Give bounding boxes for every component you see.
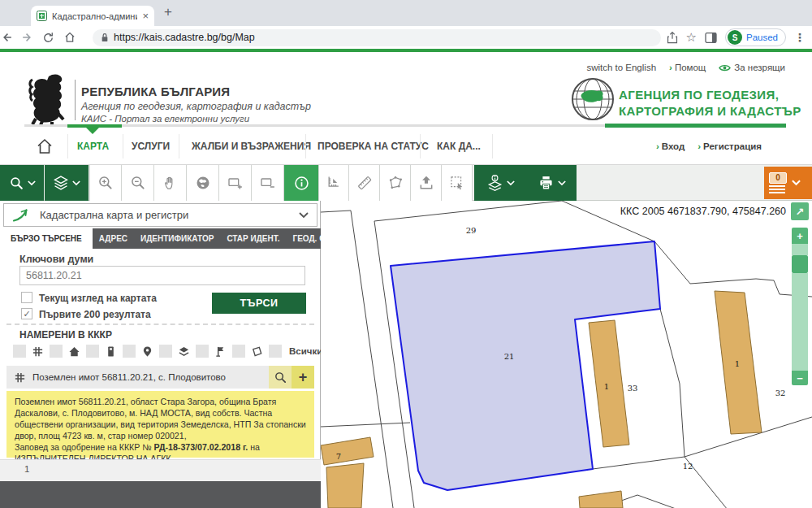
measure-distance-button[interactable]: [349, 165, 380, 201]
upload-button[interactable]: [411, 165, 442, 201]
map-pin-icon: [141, 345, 153, 358]
cadastral-map-icon: [12, 209, 30, 222]
filter-checkbox-geodetic[interactable]: [196, 345, 209, 358]
add-to-cart-button[interactable]: +: [292, 366, 314, 389]
parcel-grid-icon: [14, 371, 26, 384]
search-icon: [9, 176, 24, 191]
zoom-out-control[interactable]: −: [792, 371, 808, 385]
side-panel-icon[interactable]: [705, 33, 717, 43]
map-type-selector[interactable]: Кадастрална карта и регистри: [3, 203, 317, 227]
address-bar[interactable]: https://kais.cadastre.bg/bg/Map: [93, 29, 661, 46]
tab-address[interactable]: АДРЕС: [93, 228, 134, 249]
search-dropdown-button[interactable]: [0, 165, 44, 201]
chevron-down-icon: [792, 180, 801, 186]
scale-bar-button[interactable]: [318, 165, 349, 201]
nav-item-complaints[interactable]: ЖАЛБИ И ВЪЗРАЖЕНИЯ: [192, 128, 311, 165]
nav-item-services[interactable]: УСЛУГИ: [132, 128, 170, 165]
upload-icon: [418, 175, 434, 191]
measure-area-button[interactable]: [380, 165, 411, 201]
keywords-input[interactable]: [19, 266, 305, 285]
expand-map-button[interactable]: ↗: [791, 202, 809, 220]
page-number-button[interactable]: 1: [24, 464, 29, 474]
zoom-slider-track[interactable]: [792, 273, 808, 371]
share-icon[interactable]: [667, 32, 678, 44]
switch-to-english-link[interactable]: switch to English: [586, 63, 656, 72]
result-row[interactable]: Поземлен имот 56811.20.21, с. Плодовитов…: [6, 366, 314, 389]
help-link[interactable]: ›Помощ: [669, 63, 706, 72]
tab-old-identifier[interactable]: СТАР ИДЕНТ.: [220, 228, 286, 249]
parcel-label: 21: [504, 352, 515, 361]
info-layers-dropdown-button[interactable]: [474, 165, 526, 201]
filter-checkbox-zone[interactable]: [159, 345, 172, 358]
pan-button[interactable]: [154, 165, 187, 201]
filter-checkbox-landarea[interactable]: [232, 345, 245, 358]
tab-title: Кадастрално-административ: [52, 11, 137, 21]
browser-menu-icon[interactable]: ⋮: [794, 31, 806, 44]
zoom-in-button[interactable]: [89, 165, 122, 201]
select-region-button[interactable]: [442, 165, 473, 201]
chevron-down-icon: [558, 180, 566, 186]
nav-item-map[interactable]: КАРТА: [77, 128, 109, 165]
bookmark-star-icon[interactable]: ☆: [686, 30, 697, 45]
forward-icon[interactable]: [21, 31, 42, 44]
portal-subtitle: КАИС - Портал за електронни услуги: [81, 114, 249, 124]
selected-objects-cart-button[interactable]: 0: [764, 167, 812, 199]
chevron-down-icon: [28, 180, 36, 186]
building-label: 1: [604, 382, 609, 391]
first200-checkbox[interactable]: ✓: [21, 308, 32, 319]
current-view-checkbox[interactable]: [21, 292, 32, 303]
zoom-rectangle-in-button[interactable]: [219, 165, 252, 201]
order-number: РД-18-373/07.02.2018 г.: [154, 442, 248, 452]
nav-item-status-check[interactable]: ПРОВЕРКА НА СТАТУС: [317, 128, 429, 165]
header-divider: [75, 80, 76, 120]
login-link[interactable]: ›Вход: [656, 141, 685, 151]
filter-checkbox-point[interactable]: [123, 345, 136, 358]
zoom-rectangle-out-button[interactable]: [252, 165, 284, 201]
home-icon[interactable]: [63, 31, 84, 44]
layers-dropdown-button[interactable]: [45, 165, 89, 201]
filter-checkbox-building[interactable]: [50, 345, 63, 358]
map-canvas[interactable]: 29 21 1 33 1 32 12 7 ККС 2005 4671837.79…: [321, 201, 812, 508]
filter-all-label: Всички: [289, 346, 322, 356]
accessibility-link[interactable]: За незрящи: [719, 63, 785, 72]
info-icon: [293, 175, 310, 192]
filter-checkbox-all[interactable]: [269, 345, 282, 358]
profile-avatar: S: [728, 30, 742, 45]
building[interactable]: [321, 437, 374, 465]
cadastral-map[interactable]: 29 21 1 33 1 32 12 7: [321, 201, 812, 508]
zoom-in-control[interactable]: +: [792, 228, 808, 244]
results-pager: [0, 459, 321, 481]
filter-checkbox-parcel[interactable]: [13, 345, 26, 358]
parcel-label: 33: [628, 384, 638, 393]
nav-home-icon[interactable]: [36, 138, 54, 154]
browser-tab[interactable]: Кадастрално-административ ×: [31, 6, 154, 26]
zoom-to-result-button[interactable]: [269, 366, 292, 389]
filter-checkbox-unit[interactable]: [86, 345, 99, 358]
building-icon: [105, 345, 117, 358]
search-button[interactable]: ТЪРСИ: [212, 293, 306, 314]
profile-paused-pill[interactable]: S Paused: [725, 28, 786, 46]
new-tab-button[interactable]: +: [164, 4, 172, 20]
reload-icon[interactable]: [42, 32, 63, 44]
zoom-slider-handle[interactable]: [792, 255, 808, 273]
back-icon[interactable]: [0, 31, 21, 44]
identify-button[interactable]: [284, 165, 318, 201]
page-top-border: [0, 49, 812, 52]
building[interactable]: [326, 463, 364, 508]
zoom-out-button[interactable]: [122, 165, 154, 201]
register-link[interactable]: ›Регистрация: [698, 141, 762, 151]
tab-quick-search[interactable]: БЪРЗО ТЪРСЕНЕ: [0, 228, 93, 249]
keywords-label: Ключови думи: [19, 254, 93, 265]
print-dropdown-button[interactable]: [526, 165, 577, 201]
parcel-boundary: [593, 457, 685, 469]
parcel-label: 32: [775, 389, 786, 397]
building[interactable]: [579, 491, 623, 508]
tab-close-icon[interactable]: ×: [142, 11, 149, 21]
agency-globe-logo: [571, 77, 615, 121]
zoom-slider-track[interactable]: [792, 244, 808, 255]
nav-item-how-to[interactable]: КАК ДА...: [437, 128, 481, 165]
chevron-down-icon: [72, 180, 80, 186]
full-extent-button[interactable]: [187, 165, 219, 201]
tab-identifier[interactable]: ИДЕНТИФИКАТОР: [134, 228, 220, 249]
flag-icon: [214, 345, 227, 358]
